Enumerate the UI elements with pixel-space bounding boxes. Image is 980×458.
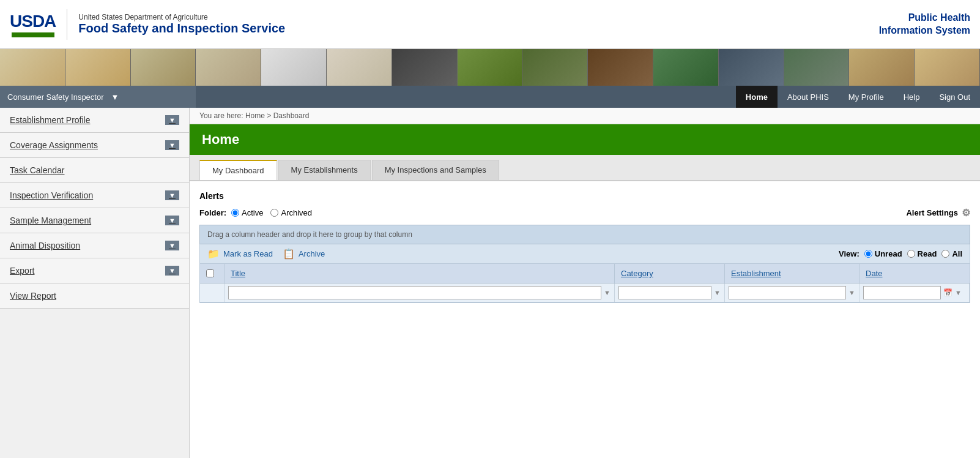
photo-5	[261, 49, 327, 86]
sidebar-label-view-report: View Report	[10, 291, 56, 301]
tab-my-establishments[interactable]: My Establishments	[278, 160, 371, 180]
nav-about-phis[interactable]: About PHIS	[778, 86, 839, 108]
filter-establishment-input[interactable]	[729, 286, 846, 299]
th-title[interactable]: Title	[225, 264, 615, 283]
chevron-down-icon-2[interactable]: ▼	[165, 140, 179, 150]
radio-active-input[interactable]	[231, 209, 239, 217]
view-all[interactable]: All	[941, 249, 962, 258]
filter-title-icon[interactable]: ▼	[604, 289, 611, 296]
sidebar-item-view-report[interactable]: View Report	[0, 283, 189, 309]
folder-label: Folder:	[199, 208, 226, 217]
nav-bar: Consumer Safety Inspector ▼ Home About P…	[0, 86, 980, 108]
content-area: Establishment Profile ▼ Coverage Assignm…	[0, 108, 980, 458]
tabs-container: My Dashboard My Establishments My Inspec…	[190, 155, 980, 181]
sidebar-label-export: Export	[10, 266, 34, 276]
tab-my-inspections-and-samples[interactable]: My Inspections and Samples	[372, 160, 499, 180]
sidebar-label-establishment-profile: Establishment Profile	[10, 115, 91, 125]
filter-category-icon[interactable]: ▼	[714, 289, 721, 296]
usda-logo: USDA	[10, 12, 56, 37]
photo-3	[131, 49, 196, 86]
photo-11	[653, 49, 719, 86]
select-all-checkbox[interactable]	[206, 269, 214, 277]
chevron-down-icon-3[interactable]: ▼	[165, 190, 179, 200]
view-unread-input[interactable]	[864, 250, 872, 258]
page-title: Home	[202, 132, 968, 148]
calendar-icon[interactable]: 📅	[943, 288, 952, 297]
filter-establishment-icon[interactable]: ▼	[848, 289, 855, 296]
logo-divider	[67, 9, 67, 40]
gear-icon[interactable]: ⚙	[962, 207, 970, 219]
archive-label: Archive	[299, 249, 325, 258]
th-establishment[interactable]: Establishment	[725, 264, 859, 283]
filter-establishment-cell: ▼	[725, 283, 859, 302]
sidebar-item-export[interactable]: Export ▼	[0, 258, 189, 283]
chevron-down-icon[interactable]: ▼	[165, 115, 179, 125]
filter-date-cell: 📅 ▼	[859, 283, 970, 302]
filter-title-cell: ▼	[225, 283, 615, 302]
breadcrumb: You are here: Home > Dashboard	[190, 108, 980, 124]
alerts-table: Title Category Establishment Date	[199, 264, 970, 303]
view-unread[interactable]: Unread	[864, 249, 902, 258]
sidebar-item-animal-disposition[interactable]: Animal Disposition ▼	[0, 233, 189, 258]
nav-links: Home About PHIS My Profile Help Sign Out	[736, 86, 980, 108]
radio-archived[interactable]: Archived	[270, 208, 312, 217]
photo-1	[0, 49, 65, 86]
radio-archived-input[interactable]	[270, 209, 278, 217]
photo-8	[458, 49, 523, 86]
th-category[interactable]: Category	[615, 264, 725, 283]
filter-date-input[interactable]	[863, 286, 941, 299]
sidebar-item-sample-management[interactable]: Sample Management ▼	[0, 208, 189, 233]
chevron-down-icon-4[interactable]: ▼	[165, 216, 179, 225]
dropdown-arrow-icon[interactable]: ▼	[111, 92, 119, 102]
photo-9	[522, 49, 588, 86]
radio-active[interactable]: Active	[231, 208, 263, 217]
toolbar-right: View: Unread Read All	[839, 249, 962, 258]
sidebar-item-coverage-assignments[interactable]: Coverage Assignments ▼	[0, 133, 189, 158]
view-options: Unread Read All	[864, 249, 962, 258]
chevron-down-icon-5[interactable]: ▼	[165, 241, 179, 250]
folder-radio-group: Active Archived	[231, 208, 312, 217]
view-read-input[interactable]	[907, 250, 915, 258]
nav-my-profile[interactable]: My Profile	[839, 86, 894, 108]
fsis-title: Food Safety and Inspection Service	[78, 21, 285, 36]
filter-date-icon[interactable]: ▼	[955, 289, 962, 296]
role-label: Consumer Safety Inspector	[7, 92, 104, 102]
filter-category-input[interactable]	[618, 286, 711, 299]
th-checkbox[interactable]	[200, 264, 225, 283]
mark-as-read-icon: 📁	[207, 248, 220, 260]
table-header-row: Title Category Establishment Date	[200, 264, 970, 283]
view-read-label: Read	[918, 249, 937, 258]
view-read[interactable]: Read	[907, 249, 937, 258]
dept-name: United States Department of Agriculture	[78, 13, 285, 21]
alert-settings-button[interactable]: Alert Settings ⚙	[906, 207, 970, 219]
view-all-input[interactable]	[941, 250, 949, 258]
photo-2	[65, 49, 131, 86]
chevron-down-icon-6[interactable]: ▼	[165, 266, 179, 276]
sidebar-item-inspection-verification[interactable]: Inspection Verification ▼	[0, 183, 189, 208]
green-stripe	[12, 32, 54, 37]
view-unread-label: Unread	[875, 249, 902, 258]
alerts-toolbar: 📁 Mark as Read 📋 Archive View: Unread	[199, 244, 970, 264]
filter-title-input[interactable]	[228, 286, 601, 299]
sidebar-item-establishment-profile[interactable]: Establishment Profile ▼	[0, 108, 189, 133]
nav-sign-out[interactable]: Sign Out	[929, 86, 980, 108]
photo-6	[327, 49, 392, 86]
archive-button[interactable]: 📋 Archive	[283, 248, 325, 260]
nav-home[interactable]: Home	[736, 86, 778, 108]
archive-icon: 📋	[283, 248, 295, 260]
mark-as-read-button[interactable]: 📁 Mark as Read	[207, 248, 273, 260]
tab-my-dashboard[interactable]: My Dashboard	[199, 160, 277, 180]
photo-13	[784, 49, 850, 86]
role-selector[interactable]: Consumer Safety Inspector ▼	[0, 86, 196, 108]
sidebar-label-coverage-assignments: Coverage Assignments	[10, 140, 98, 150]
sidebar: Establishment Profile ▼ Coverage Assignm…	[0, 108, 190, 458]
radio-archived-label: Archived	[281, 208, 312, 217]
sidebar-item-task-calendar[interactable]: Task Calendar	[0, 158, 189, 183]
th-date[interactable]: Date	[859, 264, 970, 283]
view-label: View:	[839, 249, 859, 258]
toolbar-left: 📁 Mark as Read 📋 Archive	[207, 248, 325, 260]
photo-15	[915, 49, 980, 86]
sidebar-label-animal-disposition: Animal Disposition	[10, 241, 80, 250]
nav-help[interactable]: Help	[894, 86, 930, 108]
sidebar-label-sample-management: Sample Management	[10, 216, 91, 225]
